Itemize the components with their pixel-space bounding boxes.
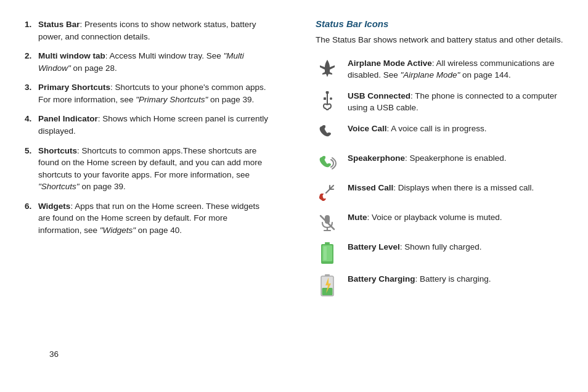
- usb-icon: [316, 90, 339, 111]
- list-bold: Panel Indicator: [38, 114, 98, 123]
- page: 1. Status Bar: Presents icons to show ne…: [0, 0, 588, 392]
- missed-call-icon: [316, 182, 339, 203]
- list-item: 1. Status Bar: Presents icons to show ne…: [25, 18, 272, 43]
- voice-call-text: Voice Call: A voice call is in progress.: [348, 123, 487, 135]
- icon-row-battery-full: Battery Level: Shown fully charged.: [316, 241, 563, 264]
- mute-text: Mute: Voice or playback volume is muted.: [348, 211, 502, 224]
- list-bold: Multi window tab: [38, 51, 105, 60]
- icon-row-battery-charging: Battery Charging: Battery is charging.: [316, 273, 563, 296]
- list-content: Widgets: Apps that run on the Home scree…: [38, 200, 272, 237]
- list-content: Primary Shortcuts: Shortcuts to your pho…: [38, 81, 272, 105]
- list-italic: "Shortcuts": [38, 182, 80, 191]
- speakerphone-text: Speakerphone: Speakerphone is enabled.: [348, 152, 506, 165]
- airplane-text: Airplane Mode Active: All wireless commu…: [348, 57, 563, 81]
- list-content: Status Bar: Presents icons to show netwo…: [38, 18, 272, 43]
- svg-rect-11: [324, 247, 327, 260]
- list-item: 5. Shortcuts: Shortcuts to common apps.T…: [25, 145, 272, 193]
- missed-call-bold: Missed Call: [348, 183, 393, 192]
- list-item: 3. Primary Shortcuts: Shortcuts to your …: [25, 81, 272, 105]
- icon-row-voice-call: Voice Call: A voice call is in progress.: [316, 123, 563, 144]
- list-italic: "Widgets": [100, 226, 136, 235]
- list-number: 5.: [25, 145, 38, 193]
- list-item: 4. Panel Indicator: Shows which Home scr…: [25, 113, 272, 137]
- right-column: Status Bar Icons The Status Bar shows ne…: [309, 18, 563, 374]
- svg-rect-1: [324, 97, 326, 100]
- speakerphone-bold: Speakerphone: [348, 153, 405, 163]
- airplane-italic: "Airplane Mode": [401, 70, 460, 80]
- svg-rect-8: [325, 242, 330, 244]
- voice-call-bold: Voice Call: [348, 124, 387, 133]
- battery-charging-icon: [316, 273, 339, 296]
- usb-bold: USB Connected: [348, 91, 410, 100]
- list-bold: Primary Shortcuts: [38, 83, 110, 92]
- list-item: 2. Multi window tab: Access Multi window…: [25, 50, 272, 74]
- section-title: Status Bar Icons: [316, 18, 563, 29]
- mute-bold: Mute: [348, 213, 367, 222]
- list-number: 3.: [25, 81, 38, 105]
- list-bold: Status Bar: [38, 20, 80, 29]
- list-number: 1.: [25, 18, 38, 43]
- battery-charging-text: Battery Charging: Battery is charging.: [348, 273, 491, 285]
- icon-row-usb: USB Connected: The phone is connected to…: [316, 90, 563, 114]
- list-number: 4.: [25, 113, 38, 137]
- feature-list: 1. Status Bar: Presents icons to show ne…: [25, 18, 272, 236]
- battery-full-text: Battery Level: Shown fully charged.: [348, 241, 482, 253]
- list-bold: Widgets: [38, 202, 70, 211]
- list-number: 6.: [25, 200, 38, 237]
- battery-full-bold: Battery Level: [348, 242, 400, 251]
- icon-row-speakerphone: Speakerphone: Speakerphone is enabled.: [316, 152, 563, 173]
- list-content: Shortcuts: Shortcuts to common apps.Thes…: [38, 145, 272, 193]
- missed-call-text: Missed Call: Displays when there is a mi…: [348, 182, 534, 194]
- icon-row-airplane: Airplane Mode Active: All wireless commu…: [316, 57, 563, 81]
- battery-charging-bold: Battery Charging: [348, 274, 415, 284]
- speakerphone-icon: [316, 152, 339, 173]
- airplane-bold: Airplane Mode Active: [348, 59, 432, 68]
- list-bold: Shortcuts: [38, 146, 77, 155]
- voice-call-icon: [316, 123, 339, 144]
- list-number: 2.: [25, 50, 38, 74]
- list-italic: "Primary Shortcuts": [136, 95, 208, 104]
- svg-point-0: [326, 91, 329, 94]
- svg-point-2: [330, 97, 332, 100]
- list-content: Multi window tab: Access Multi window tr…: [38, 50, 272, 74]
- section-intro: The Status Bar shows network and battery…: [316, 34, 563, 46]
- battery-full-icon: [316, 241, 339, 264]
- icon-row-missed-call: Missed Call: Displays when there is a mi…: [316, 182, 563, 203]
- mute-icon: [316, 211, 339, 232]
- left-column: 1. Status Bar: Presents icons to show ne…: [25, 18, 285, 374]
- icon-list: Airplane Mode Active: All wireless commu…: [316, 57, 563, 296]
- icon-row-mute: Mute: Voice or playback volume is muted.: [316, 211, 563, 232]
- usb-text: USB Connected: The phone is connected to…: [348, 90, 563, 114]
- airplane-icon: [316, 57, 339, 78]
- page-number: 36: [49, 349, 59, 359]
- list-item: 6. Widgets: Apps that run on the Home sc…: [25, 200, 272, 237]
- list-content: Panel Indicator: Shows which Home screen…: [38, 113, 272, 137]
